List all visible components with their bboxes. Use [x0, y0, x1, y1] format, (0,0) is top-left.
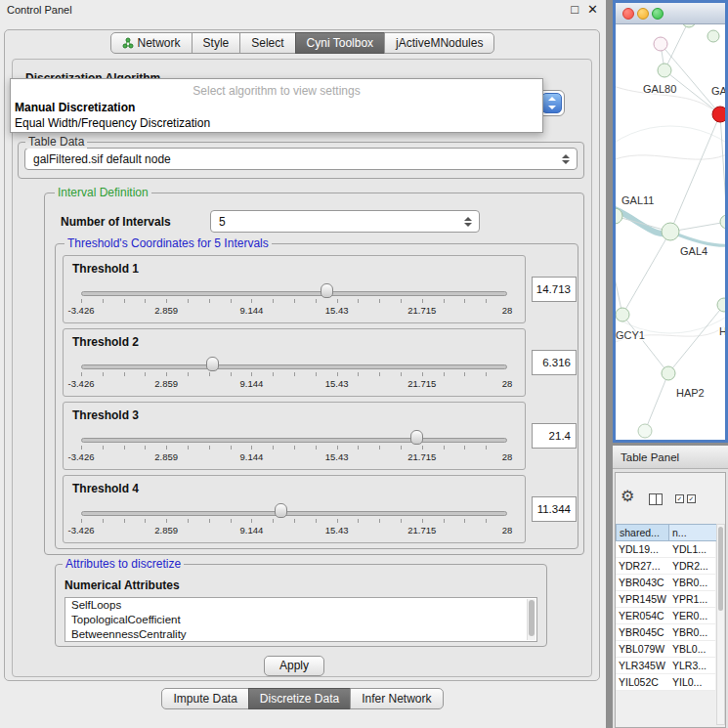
checkbox-icon[interactable]: ✓: [687, 494, 696, 503]
columns-icon[interactable]: [649, 493, 663, 505]
table-data-combobox[interactable]: galFiltered.sif default node: [24, 148, 578, 170]
number-of-intervals-combobox[interactable]: 5: [210, 210, 480, 233]
network-node-selected[interactable]: [712, 107, 725, 122]
list-scrollbar[interactable]: [527, 599, 535, 640]
minimize-traffic-icon[interactable]: [637, 8, 649, 20]
network-node[interactable]: [717, 298, 725, 312]
table-row[interactable]: YIL052C YIL0...: [616, 674, 715, 691]
algorithm-placeholder: Select algorithm to view settings: [11, 79, 542, 100]
network-node[interactable]: [720, 215, 725, 229]
scale-tick-label: 21.715: [407, 525, 436, 535]
scale-tick-label: 9.144: [240, 378, 264, 389]
tab-infer-network[interactable]: Infer Network: [350, 688, 443, 709]
list-item[interactable]: SelfLoops: [65, 598, 536, 613]
threshold-1-value-field[interactable]: 14.713: [532, 277, 577, 302]
network-node[interactable]: [654, 37, 667, 51]
tab-label: Style: [203, 36, 230, 50]
tab-network[interactable]: Network: [110, 32, 193, 54]
slider-thumb[interactable]: [321, 283, 333, 298]
cell[interactable]: YBR0...: [669, 575, 715, 590]
cell[interactable]: YPR145W: [616, 591, 669, 607]
gear-icon[interactable]: ⚙: [621, 489, 634, 504]
select-columns-icons[interactable]: ✓ ✓: [675, 494, 696, 503]
float-window-icon[interactable]: □: [571, 2, 578, 17]
scale-tick-label: -3.426: [68, 451, 95, 462]
tab-cyni-toolbox[interactable]: Cyni Toolbox: [295, 32, 385, 54]
threshold-4-slider[interactable]: [81, 502, 507, 522]
cell[interactable]: YDL19...: [616, 541, 669, 557]
node-table: YDL19... YDL1... YDR27... YDR2... YBR043…: [616, 541, 715, 691]
combobox-arrows-icon[interactable]: [541, 93, 562, 113]
number-of-intervals-label: Number of Intervals: [61, 215, 171, 229]
slider-track: [81, 364, 507, 369]
network-node[interactable]: [707, 30, 719, 42]
slider-thumb[interactable]: [206, 357, 219, 371]
cell[interactable]: YBR043C: [616, 575, 669, 590]
cell[interactable]: YBR045C: [616, 624, 669, 640]
slider-thumb[interactable]: [275, 503, 287, 518]
table-row[interactable]: YER054C YER0...: [616, 608, 715, 624]
tab-style[interactable]: Style: [192, 32, 241, 54]
cell[interactable]: YIL052C: [616, 674, 669, 690]
tab-jactivemnodules[interactable]: jActiveMNodules: [384, 32, 494, 54]
threshold-4-value-field[interactable]: 11.344: [532, 496, 577, 522]
table-row[interactable]: YPR145W YPR1...: [616, 591, 715, 608]
list-item[interactable]: TopologicalCoefficient: [65, 613, 536, 627]
network-node[interactable]: [662, 223, 679, 240]
network-graph: GAL80 GA GAL11 GAL4 GCY1 H HAP2: [616, 24, 725, 440]
threshold-1-label: Threshold 1: [72, 262, 139, 276]
scale-tick-label: 15.43: [325, 451, 349, 462]
threshold-2-label: Threshold 2: [72, 335, 139, 349]
cell[interactable]: YDR27...: [616, 558, 669, 574]
cell[interactable]: YER054C: [616, 608, 669, 623]
network-node[interactable]: [638, 424, 652, 438]
network-node[interactable]: [662, 366, 675, 380]
cell[interactable]: YDL1...: [669, 541, 715, 557]
threshold-2-value-field[interactable]: 6.316: [532, 350, 577, 375]
cell[interactable]: YDR2...: [669, 558, 715, 574]
tab-select[interactable]: Select: [239, 32, 295, 54]
network-canvas[interactable]: GAL80 GA GAL11 GAL4 GCY1 H HAP2: [616, 24, 725, 440]
tab-label: Impute Data: [173, 692, 236, 706]
cell[interactable]: YER0...: [669, 608, 715, 623]
threshold-3-slider[interactable]: [81, 429, 507, 449]
column-header-name[interactable]: n...: [669, 524, 723, 541]
scale-tick-label: 2.859: [154, 378, 178, 389]
dropdown-item-equal-width-frequency[interactable]: Equal Width/Frequency Discretization: [11, 115, 542, 131]
table-scrollbar[interactable]: [716, 524, 725, 725]
scrollbar-thumb[interactable]: [529, 600, 535, 636]
cell[interactable]: YPR1...: [669, 591, 715, 607]
checkbox-icon[interactable]: ✓: [675, 494, 684, 503]
table-row[interactable]: YLR345W YLR3...: [616, 658, 715, 674]
tab-impute-data[interactable]: Impute Data: [161, 688, 248, 709]
threshold-3-value-field[interactable]: 21.4: [532, 423, 577, 449]
list-item[interactable]: BetweennessCentrality: [65, 627, 536, 642]
table-row[interactable]: YDL19... YDL1...: [616, 541, 715, 558]
column-header-shared-name[interactable]: shared...: [616, 524, 669, 541]
table-row[interactable]: YBL079W YBL0...: [616, 641, 715, 658]
cell[interactable]: YBR0...: [669, 624, 715, 640]
threshold-2-slider[interactable]: [81, 356, 507, 375]
scrollbar-thumb[interactable]: [718, 527, 723, 611]
cell[interactable]: YBL0...: [669, 641, 715, 657]
cell[interactable]: YIL0...: [669, 674, 715, 690]
table-row[interactable]: YDR27... YDR2...: [616, 558, 715, 575]
zoom-traffic-icon[interactable]: [652, 8, 664, 20]
numerical-attributes-label: Numerical Attributes: [64, 578, 180, 592]
close-traffic-icon[interactable]: [622, 8, 634, 20]
cell[interactable]: YBL079W: [616, 641, 669, 657]
network-node[interactable]: [682, 24, 696, 27]
scale-tick-label: 28: [502, 378, 513, 389]
threshold-1-slider[interactable]: [81, 282, 507, 302]
dropdown-item-manual-discretization[interactable]: Manual Discretization: [11, 100, 542, 115]
close-icon[interactable]: ✕: [587, 2, 598, 17]
tab-discretize-data[interactable]: Discretize Data: [248, 688, 351, 709]
network-node[interactable]: [658, 64, 671, 77]
network-node[interactable]: [616, 308, 629, 321]
table-row[interactable]: YBR043C YBR0...: [616, 575, 715, 591]
table-row[interactable]: YBR045C YBR0...: [616, 624, 715, 641]
slider-thumb[interactable]: [410, 430, 423, 445]
cell[interactable]: YLR345W: [616, 658, 669, 673]
apply-button[interactable]: Apply: [264, 656, 324, 676]
cell[interactable]: YLR3...: [669, 658, 715, 673]
